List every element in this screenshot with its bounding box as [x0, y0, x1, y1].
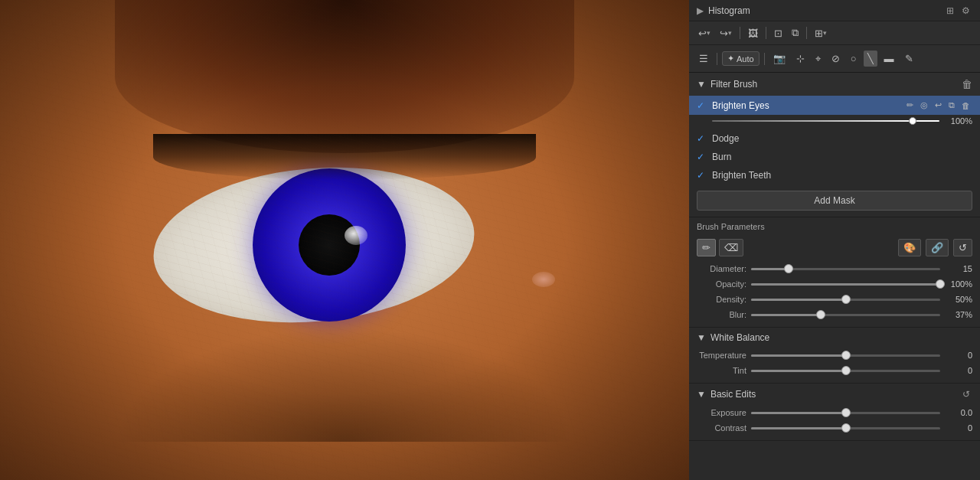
- basic-edits-arrow[interactable]: ▼: [697, 389, 706, 400]
- mask-check-burn: ✓: [697, 152, 707, 162]
- mask-item-brighten-eyes[interactable]: ✓ Brighten Eyes ✏ ◎ ↩ ⧉ 🗑: [689, 96, 980, 115]
- opacity-thumb: [936, 279, 945, 289]
- exposure-value: 0.0: [945, 408, 972, 417]
- mask-label-brighten-eyes: Brighten Eyes: [712, 100, 900, 111]
- crop-btn[interactable]: ⊡: [771, 26, 786, 41]
- basic-edits-section: ▼ Basic Edits ↺ Exposure 0.0 Contrast 0: [689, 384, 980, 441]
- mask-label-brighten-teeth: Brighten Teeth: [712, 170, 972, 181]
- eraser-btn[interactable]: ⊘: [828, 51, 844, 67]
- camera-btn[interactable]: 📷: [769, 51, 789, 67]
- mask-label-burn: Burn: [712, 152, 972, 162]
- diameter-value: 15: [945, 264, 972, 273]
- brush-paint-btn[interactable]: ✏: [697, 239, 716, 256]
- exposure-fill: [751, 412, 846, 414]
- opacity-slider-row: Opacity: 100%: [689, 276, 980, 292]
- layers-btn[interactable]: ⧉: [789, 25, 802, 41]
- mask-item-burn[interactable]: ✓ Burn: [689, 148, 980, 166]
- mask-view-btn[interactable]: ◎: [918, 100, 930, 111]
- add-mask-button[interactable]: Add Mask: [697, 191, 972, 211]
- mask-check-dodge: ✓: [697, 133, 707, 144]
- histogram-settings-btn[interactable]: ⚙: [959, 5, 972, 17]
- brush-params-header: Brush Parameters: [689, 217, 980, 236]
- export-icon: ⊞: [815, 28, 823, 39]
- filter-brush-title-group: ▼ Filter Brush: [697, 79, 757, 90]
- brush-params-section: Brush Parameters ✏ ⌫ 🎨 🔗 ↺ Diameter: 15: [689, 217, 980, 328]
- collapse-arrow-icon[interactable]: ▶: [697, 5, 704, 16]
- mask-item-dodge[interactable]: ✓ Dodge: [689, 129, 980, 148]
- exposure-thumb: [841, 408, 851, 417]
- tint-slider-row: Tint 0: [689, 363, 980, 378]
- tools-menu-btn[interactable]: ☰: [695, 51, 712, 67]
- contrast-label: Contrast: [697, 423, 746, 433]
- exposure-track[interactable]: [751, 412, 940, 414]
- temperature-slider-row: Temperature 0: [689, 348, 980, 363]
- contrast-fill: [751, 427, 846, 429]
- basic-edits-reset-btn[interactable]: ↺: [960, 388, 972, 400]
- export-dropdown-arrow[interactable]: ▾: [823, 29, 827, 37]
- brush-reset-btn[interactable]: ↺: [953, 239, 972, 256]
- filter-brush-delete-btn[interactable]: 🗑: [962, 78, 972, 90]
- blur-fill: [751, 314, 821, 316]
- brush-erase-btn[interactable]: ⌫: [719, 239, 743, 256]
- mask-delete-btn[interactable]: 🗑: [959, 100, 972, 111]
- filter-brush-arrow[interactable]: ▼: [697, 79, 706, 90]
- brush-tools-right: 🎨 🔗 ↺: [898, 239, 972, 256]
- undo-redo-bar: ↩ ▾ ↪ ▾ 🖼 ⊡ ⧉ ⊞ ▾: [689, 21, 980, 45]
- circle-btn[interactable]: ○: [847, 51, 861, 67]
- undo-dropdown-arrow[interactable]: ▾: [707, 29, 710, 37]
- temperature-thumb: [841, 351, 851, 360]
- density-track[interactable]: [751, 299, 940, 301]
- diameter-thumb: [784, 264, 793, 273]
- diameter-slider-row: Diameter: 15: [689, 261, 980, 276]
- brush-link-btn[interactable]: 🔗: [926, 239, 949, 256]
- mask-undo-btn[interactable]: ↩: [933, 100, 944, 111]
- contrast-track[interactable]: [751, 427, 940, 429]
- separator-1: [740, 27, 740, 39]
- diameter-label: Diameter:: [697, 264, 746, 273]
- brush-btn[interactable]: ╲: [864, 51, 877, 67]
- auto-btn[interactable]: ✦ Auto: [722, 51, 760, 66]
- redo-btn[interactable]: ↪ ▾: [717, 26, 735, 41]
- basic-edits-title-group: ▼ Basic Edits: [697, 389, 756, 400]
- export-btn[interactable]: ⊞ ▾: [812, 26, 830, 41]
- blur-track[interactable]: [751, 314, 940, 316]
- separator-5: [764, 53, 765, 65]
- image-panel: [0, 0, 689, 480]
- gradient-btn[interactable]: ▬: [880, 51, 898, 67]
- mask-item-brighten-teeth[interactable]: ✓ Brighten Teeth: [689, 166, 980, 184]
- white-balance-arrow[interactable]: ▼: [697, 332, 706, 343]
- select-btn[interactable]: ⊹: [792, 51, 808, 67]
- temperature-value: 0: [945, 351, 972, 360]
- basic-edits-header: ▼ Basic Edits ↺: [689, 384, 980, 405]
- exposure-label: Exposure: [697, 408, 746, 417]
- undo-btn[interactable]: ↩ ▾: [695, 26, 714, 41]
- temperature-label: Temperature: [697, 351, 746, 360]
- brush-tools-row: ✏ ⌫ 🎨 🔗 ↺: [689, 236, 980, 261]
- mask-opacity-slider[interactable]: [712, 120, 939, 122]
- brush-color-btn[interactable]: 🎨: [898, 239, 921, 256]
- histogram-display-btn[interactable]: ⊞: [944, 5, 956, 17]
- mask-edit-btn[interactable]: ✏: [904, 100, 916, 111]
- separator-3: [806, 27, 807, 39]
- redo-dropdown-arrow[interactable]: ▾: [728, 29, 732, 37]
- tint-fill: [751, 370, 846, 372]
- histogram-header: ▶ Histogram ⊞ ⚙: [689, 0, 980, 21]
- density-label: Density:: [697, 295, 746, 304]
- redo-icon: ↪: [720, 28, 728, 39]
- mask-check-brighten-eyes: ✓: [697, 100, 707, 111]
- diameter-fill: [751, 268, 789, 270]
- diameter-track[interactable]: [751, 268, 940, 270]
- opacity-track[interactable]: [751, 283, 940, 286]
- histogram-controls: ⊞ ⚙: [944, 5, 972, 17]
- blur-thumb: [816, 310, 825, 319]
- tint-track[interactable]: [751, 370, 940, 372]
- temperature-track[interactable]: [751, 354, 940, 357]
- separator-4: [717, 53, 717, 65]
- lasso-btn[interactable]: ⌖: [812, 51, 825, 67]
- blur-slider-row: Blur: 37%: [689, 307, 980, 322]
- vignette-overlay: [0, 0, 689, 480]
- healing-btn[interactable]: ✎: [901, 51, 917, 67]
- tint-label: Tint: [697, 366, 746, 375]
- mask-copy-btn[interactable]: ⧉: [946, 100, 957, 111]
- image-btn[interactable]: 🖼: [745, 26, 761, 41]
